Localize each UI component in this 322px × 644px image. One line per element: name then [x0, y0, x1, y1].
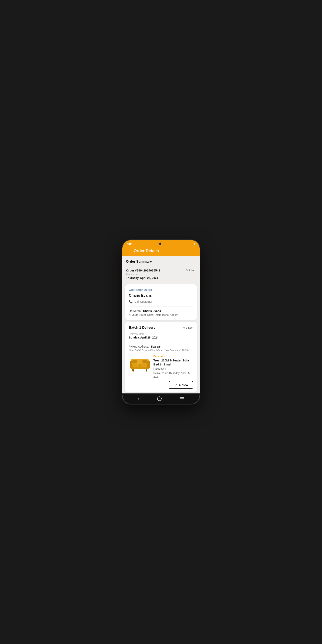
header-title: Order Details	[134, 248, 159, 253]
pickup-label: Pickup Address:	[129, 345, 149, 348]
content-area: Order Summary Order #25042024035542 ⧉ 1 …	[122, 256, 200, 394]
rate-now-button[interactable]: RATE NOW	[169, 381, 193, 389]
order-summary-label: Order Summary	[122, 256, 200, 266]
svg-rect-3	[147, 361, 150, 368]
pickup-name: Ebarza	[150, 345, 160, 348]
deliver-address: Al Quds Street, Dubai International Airp…	[129, 313, 193, 316]
status-time: 7:19	[126, 242, 132, 245]
menu-line-2	[180, 398, 184, 399]
status-bar: 7:19 ▲ ▲ 🔋	[122, 240, 200, 246]
menu-line-3	[180, 400, 184, 400]
call-customer-label: Call Customer	[134, 300, 152, 303]
pickup-row: Pickup Address: Ebarza	[129, 345, 193, 348]
home-nav-button[interactable]	[157, 396, 162, 401]
app-header: ← Order Details	[122, 246, 200, 256]
bottom-nav: ‹	[122, 394, 200, 404]
customer-detail-title: Customer Detail	[129, 288, 193, 292]
menu-nav-button[interactable]	[180, 397, 184, 400]
svg-rect-9	[133, 364, 139, 367]
customer-name: Charis Evans	[129, 294, 193, 298]
deliver-to-name: Charis Evans	[143, 309, 161, 312]
product-image	[129, 354, 151, 373]
phone-screen: 7:19 ▲ ▲ 🔋 ← Order Details Order Summary…	[122, 240, 200, 404]
svg-rect-7	[132, 369, 134, 372]
delivery-date-label: Delivery Date	[129, 332, 193, 336]
batch-item-count-label: 1 Item	[186, 326, 193, 329]
delivery-date-val: Sunday, April 28, 2024	[129, 336, 193, 339]
svg-rect-5	[132, 360, 137, 364]
rate-now-row: RATE NOW	[129, 381, 193, 389]
signal-icon: ▲ ▲ 🔋	[189, 243, 196, 245]
batch-header: Batch 1 Delivery ⧉ 1 Item	[129, 326, 193, 330]
phone-icon: 📞	[129, 300, 133, 304]
customer-detail-card: Customer Detail Charis Evans 📞 Call Cust…	[125, 284, 197, 320]
back-button[interactable]: ←	[126, 248, 130, 253]
deliver-to-row: Deliver to: Charis Evans	[129, 309, 193, 312]
order-item-count-label: 1 Item	[189, 269, 196, 272]
placed-on-label: Placed on	[122, 272, 200, 276]
order-info-row: Order #25042024035542 ⧉ 1 Item	[122, 266, 200, 272]
svg-rect-8	[146, 369, 147, 372]
order-number: Order #25042024035542	[126, 269, 160, 272]
batch-item-count: ⧉ 1 Item	[183, 326, 193, 329]
phone-frame: 7:19 ▲ ▲ 🔋 ← Order Details Order Summary…	[122, 240, 200, 404]
svg-rect-2	[130, 361, 132, 368]
product-name: Trevi 230M 3-Seater Sofa Bed in Small	[153, 358, 193, 366]
pickup-address: 46 Al Dafafi St, Abu Dhabi Gate, Near Bu…	[129, 349, 193, 352]
batch-copy-icon: ⧉	[183, 326, 185, 329]
menu-line-1	[180, 397, 184, 398]
product-row: Delivered Trevi 230M 3-Seater Sofa Bed i…	[129, 354, 193, 378]
copy-icon: ⧉	[186, 269, 188, 272]
placed-on-date: Thursday, April 25, 2024	[122, 276, 200, 282]
camera-cutout	[159, 242, 162, 245]
svg-rect-6	[142, 360, 147, 364]
product-delivered-on: Delivered on Thursday, April 25, 2024	[153, 371, 193, 378]
batch-delivery-card: Batch 1 Delivery ⧉ 1 Item Delivery Date …	[125, 322, 197, 392]
svg-rect-10	[141, 364, 147, 367]
product-details: Delivered Trevi 230M 3-Seater Sofa Bed i…	[153, 354, 193, 378]
batch-title: Batch 1 Delivery	[129, 326, 155, 330]
deliver-to-label: Deliver to:	[129, 309, 142, 312]
product-status: Delivered	[153, 354, 193, 358]
product-quantity: Quantity: 1	[153, 368, 193, 370]
back-nav-button[interactable]: ‹	[138, 396, 139, 401]
product-image-container	[129, 354, 151, 373]
call-customer-row[interactable]: 📞 Call Customer	[129, 300, 193, 306]
order-item-count: ⧉ 1 Item	[186, 269, 196, 272]
status-icons: ▲ ▲ 🔋	[189, 243, 196, 245]
